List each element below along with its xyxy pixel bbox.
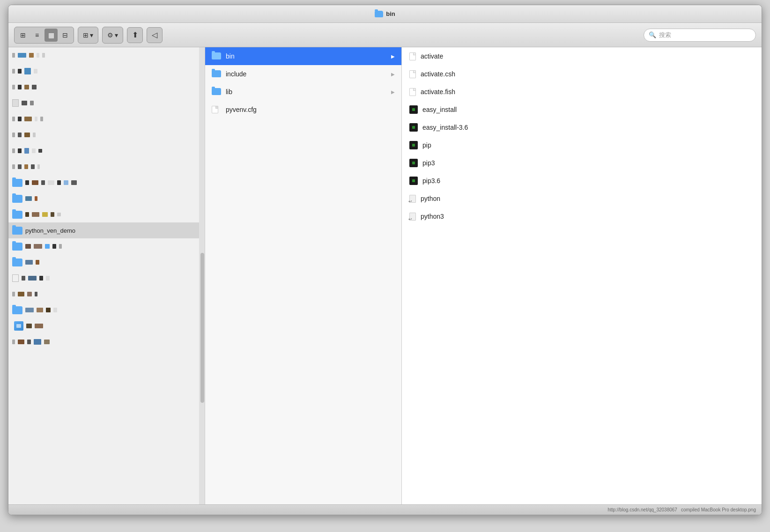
exec-icon: [409, 105, 418, 114]
folder-icon: [212, 88, 221, 96]
search-bar[interactable]: 🔍 搜索: [644, 29, 756, 42]
title-folder-icon: [375, 11, 383, 17]
mid-item-bin-label: bin: [226, 52, 386, 60]
right-item-pip36[interactable]: pip3.6: [402, 172, 762, 190]
title-bar: bin: [8, 5, 762, 23]
list-item[interactable]: [8, 191, 205, 207]
sidebar-item-python-ven-demo[interactable]: python_ven_demo: [8, 222, 205, 238]
list-item[interactable]: [8, 95, 205, 111]
arrange-chevron-icon: ▾: [90, 31, 93, 39]
symlink-icon: [409, 213, 416, 221]
symlink-icon: [409, 195, 416, 203]
mid-item-lib-label: lib: [226, 88, 386, 96]
list-item[interactable]: [8, 159, 205, 175]
action-group: ⚙ ▾: [102, 27, 123, 44]
list-item[interactable]: [8, 254, 205, 270]
chevron-right-icon: ▶: [391, 89, 395, 95]
right-item-easy-install-36[interactable]: easy_install-3.6: [402, 118, 762, 136]
right-item-label: python3: [421, 213, 444, 220]
right-item-activate-csh[interactable]: activate.csh: [402, 65, 762, 83]
chevron-right-icon: ▶: [391, 72, 395, 77]
action-button[interactable]: ⚙ ▾: [105, 29, 120, 42]
selected-sidebar-label: python_ven_demo: [25, 227, 75, 234]
list-item[interactable]: [8, 286, 205, 302]
right-column: activate activate.csh activate.fish easy…: [402, 47, 762, 504]
right-item-label: easy_install-3.6: [422, 124, 468, 131]
list-item[interactable]: [8, 318, 205, 334]
status-device: compiled MacBook Pro desktop.png: [681, 507, 756, 512]
exec-icon: [409, 141, 418, 149]
folder-icon: [212, 70, 221, 78]
list-item[interactable]: [8, 143, 205, 159]
folder-icon: [212, 52, 221, 60]
content-area: python_ven_demo: [8, 47, 762, 504]
search-placeholder: 搜索: [659, 31, 671, 39]
action-chevron-icon: ▾: [115, 31, 118, 39]
right-item-easy-install[interactable]: easy_install: [402, 101, 762, 118]
list-item[interactable]: [8, 79, 205, 95]
right-item-label: activate: [421, 52, 443, 60]
list-item[interactable]: [8, 111, 205, 127]
share-icon: ⬆: [132, 30, 138, 39]
right-item-label: pip3.6: [422, 177, 440, 185]
list-item[interactable]: [8, 302, 205, 318]
arrange-group: ⊞ ▾: [78, 27, 98, 44]
right-item-label: activate.fish: [421, 88, 455, 96]
gallery-view-button[interactable]: ⊟: [59, 29, 72, 42]
sidebar-scrollbar[interactable]: [199, 47, 205, 504]
share-button[interactable]: ⬆: [127, 27, 143, 43]
back-icon: ◁: [152, 30, 157, 39]
list-item[interactable]: [8, 334, 205, 350]
file-icon: [409, 88, 416, 96]
view-mode-group: ⊞ ≡ ▦ ⊟: [14, 27, 74, 44]
list-item[interactable]: [8, 175, 205, 191]
toolbar: ⊞ ≡ ▦ ⊟ ⊞ ▾ ⚙ ▾ ⬆ ◁: [8, 23, 762, 47]
mid-item-include[interactable]: include ▶: [205, 65, 401, 83]
mid-item-pyvenv[interactable]: pyvenv.cfg: [205, 101, 401, 118]
chevron-right-icon: ▶: [391, 54, 395, 59]
status-bar: http://blog.csdn.net/qq_32038067 compile…: [8, 504, 762, 515]
list-item[interactable]: [8, 207, 205, 222]
sidebar: python_ven_demo: [8, 47, 205, 504]
list-item[interactable]: [8, 63, 205, 79]
mid-column: bin ▶ include ▶ lib ▶: [205, 47, 402, 504]
list-item[interactable]: [8, 47, 205, 63]
file-icon: [212, 106, 221, 113]
right-item-activate-fish[interactable]: activate.fish: [402, 83, 762, 101]
right-item-label: activate.csh: [421, 70, 455, 78]
mid-item-bin[interactable]: bin ▶: [205, 47, 401, 65]
search-icon: 🔍: [649, 31, 656, 38]
exec-icon: [409, 159, 418, 167]
right-item-python3[interactable]: python3: [402, 207, 762, 225]
arrange-button[interactable]: ⊞ ▾: [81, 29, 95, 42]
right-item-pip[interactable]: pip: [402, 136, 762, 154]
right-item-pip3[interactable]: pip3: [402, 154, 762, 172]
column-view-button[interactable]: ▦: [44, 29, 58, 42]
right-item-label: pip: [422, 141, 431, 149]
gear-icon: ⚙: [107, 31, 113, 39]
finder-window: bin ⊞ ≡ ▦ ⊟ ⊞ ▾ ⚙ ▾ ⬆: [8, 5, 762, 515]
file-icon: [409, 70, 416, 78]
status-url: http://blog.csdn.net/qq_32038067: [607, 507, 677, 512]
right-item-label: pip3: [422, 159, 435, 167]
mid-item-lib[interactable]: lib ▶: [205, 83, 401, 101]
icon-view-button[interactable]: ⊞: [16, 29, 30, 42]
right-item-activate[interactable]: activate: [402, 47, 762, 65]
file-icon: [409, 52, 416, 60]
mid-item-pyvenv-label: pyvenv.cfg: [226, 106, 395, 113]
list-item[interactable]: [8, 238, 205, 254]
list-item[interactable]: [8, 270, 205, 286]
arrange-icon: ⊞: [83, 31, 89, 39]
right-item-label: easy_install: [422, 106, 457, 113]
back-button[interactable]: ◁: [147, 27, 163, 43]
title-text: bin: [386, 10, 395, 17]
list-item[interactable]: [8, 127, 205, 143]
right-item-label: python: [421, 195, 440, 202]
exec-icon: [409, 177, 418, 185]
list-view-button[interactable]: ≡: [30, 29, 44, 42]
exec-icon: [409, 123, 418, 132]
mid-item-include-label: include: [226, 70, 386, 78]
window-title: bin: [375, 10, 395, 17]
right-item-python[interactable]: python: [402, 190, 762, 207]
